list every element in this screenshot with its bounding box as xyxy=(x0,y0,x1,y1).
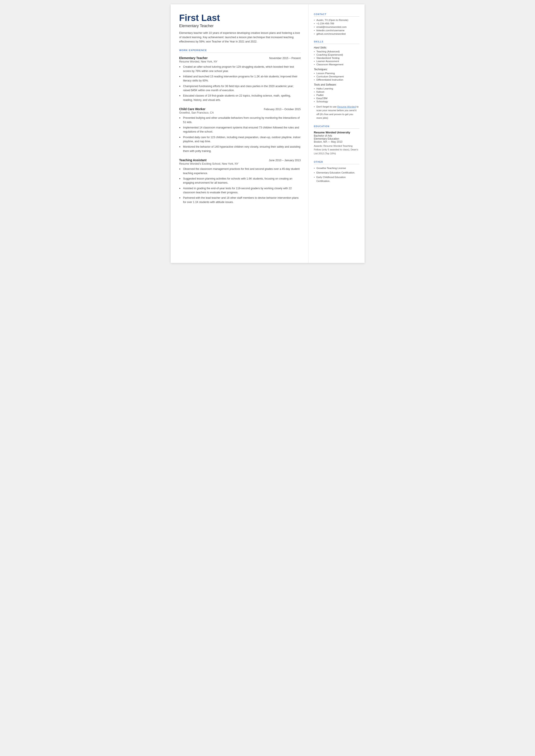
bullet-2-4: Monitored the behavior of 140 hyperactiv… xyxy=(179,145,301,153)
job-company-1: Resume Worded, New York, NY xyxy=(179,60,301,63)
right-column: CONTACT Austin, TX (Open to Remote) +1-2… xyxy=(309,4,365,263)
job-title-1: Elementary Teacher xyxy=(179,56,208,60)
bullet-3-3: Assisted in grading the end-of-year test… xyxy=(179,186,301,195)
job-bullets-2: Prevented bullying and other unsuitable … xyxy=(179,116,301,153)
hard-skill-4: Classroom Management xyxy=(314,63,359,66)
technique-0: Lesson Planning xyxy=(314,72,359,74)
edu-location: Boston, MA — May 2010 xyxy=(314,140,359,143)
bullet-3-1: Observed the classroom management practi… xyxy=(179,167,301,176)
tool-1: Kahoot xyxy=(314,91,359,93)
job-dates-3: June 2010 – January 2013 xyxy=(269,159,300,162)
technique-1: Curriculum Development xyxy=(314,75,359,78)
contact-list: Austin, TX (Open to Remote) +1-234-456-7… xyxy=(314,19,359,35)
edu-awards: Awards: Resume Worded Teaching Fellow (o… xyxy=(314,144,359,155)
contact-label: CONTACT xyxy=(314,13,359,16)
job-block-2: Child Care Worker February 2013 – Octobe… xyxy=(179,107,301,153)
contact-item-3: linkedin.com/in/username xyxy=(314,29,359,32)
job-dates-2: February 2013 – October 2015 xyxy=(264,108,301,111)
skills-section: SKILLS Hard Skills: Teaching (Advanced) … xyxy=(314,40,359,120)
education-section: EDUCATION Resume Worded University Bache… xyxy=(314,125,359,155)
tools-list: Haiku Learning Kahoot Padlet EasyCBM Sch… xyxy=(314,87,359,103)
other-item-1: Elementary Education Certification. xyxy=(314,171,359,175)
job-header-2: Child Care Worker February 2013 – Octobe… xyxy=(179,107,301,111)
tool-3: EasyCBM xyxy=(314,97,359,99)
bullet-1-2: Initiated and launched 13 reading interv… xyxy=(179,74,301,83)
bullet-1-1: Created an after-school tutoring program… xyxy=(179,65,301,73)
edu-block: Resume Worded University Bachelor of Art… xyxy=(314,131,359,155)
job-block-1: Elementary Teacher November 2015 – Prese… xyxy=(179,56,301,102)
bullet-2-3: Provided daily care for 123 children, in… xyxy=(179,135,301,144)
resume-worded-link[interactable]: Resume Worded xyxy=(337,105,356,108)
bullet-1-3: Championed fundraising efforts for 36 fi… xyxy=(179,84,301,93)
resume-page: First Last Elementary Teacher Elementary… xyxy=(171,4,365,263)
job-title: Elementary Teacher xyxy=(179,24,301,28)
summary-text: Elementary teacher with 10 years of expe… xyxy=(179,31,301,44)
job-company-2: Growthsi, San Francisco, CA xyxy=(179,111,301,114)
bullet-3-4: Partnered with the lead teacher and 18 o… xyxy=(179,196,301,204)
job-title-2: Child Care Worker xyxy=(179,107,206,111)
tool-2: Padlet xyxy=(314,94,359,96)
contact-section: CONTACT Austin, TX (Open to Remote) +1-2… xyxy=(314,13,359,35)
work-experience-label: WORK EXPERIENCE xyxy=(179,49,301,53)
other-item-0: Growthsi Teaching License xyxy=(314,166,359,170)
job-block-3: Teaching Assistant June 2010 – January 2… xyxy=(179,158,301,204)
other-list: Growthsi Teaching License Elementary Edu… xyxy=(314,166,359,183)
bullet-2-2: Implemented 14 classroom management syst… xyxy=(179,126,301,134)
hard-skill-2: Standardized Testing xyxy=(314,57,359,59)
skills-promo-note: Don't forget to use Resume Worded to sca… xyxy=(314,105,359,120)
job-title-3: Teaching Assistant xyxy=(179,158,207,162)
edu-degree: Bachelor of Arts xyxy=(314,134,359,137)
other-item-2: Early Childhood Education Certification. xyxy=(314,176,359,183)
hard-skill-3: Learner Assessment xyxy=(314,60,359,63)
tool-0: Haiku Learning xyxy=(314,87,359,90)
other-label: OTHER xyxy=(314,160,359,164)
contact-item-4: github.com/resumeworded xyxy=(314,33,359,35)
header-block: First Last Elementary Teacher Elementary… xyxy=(179,13,301,44)
job-header-3: Teaching Assistant June 2010 – January 2… xyxy=(179,158,301,162)
edu-field: Elementary Education xyxy=(314,137,359,140)
bullet-2-1: Prevented bullying and other unsuitable … xyxy=(179,116,301,124)
job-bullets-1: Created an after-school tutoring program… xyxy=(179,65,301,102)
hard-skills-label: Hard Skills: xyxy=(314,46,359,49)
hard-skills-list: Teaching (Advanced) Coaching (Experience… xyxy=(314,50,359,66)
technique-2: Differentiated Instruction xyxy=(314,78,359,81)
other-section: OTHER Growthsi Teaching License Elementa… xyxy=(314,160,359,183)
job-header-1: Elementary Teacher November 2015 – Prese… xyxy=(179,56,301,60)
contact-item-1: +1-234-456-789 xyxy=(314,22,359,25)
job-bullets-3: Observed the classroom management practi… xyxy=(179,167,301,204)
bullet-3-2: Suggested lesson planning activities for… xyxy=(179,177,301,185)
skills-note-prefix: Don't forget to use xyxy=(317,105,337,108)
contact-item-0: Austin, TX (Open to Remote) xyxy=(314,19,359,21)
hard-skill-1: Coaching (Experienced) xyxy=(314,53,359,56)
tool-4: Schoology xyxy=(314,100,359,103)
full-name: First Last xyxy=(179,13,301,23)
techniques-list: Lesson Planning Curriculum Development D… xyxy=(314,72,359,81)
left-column: First Last Elementary Teacher Elementary… xyxy=(171,4,309,263)
hard-skill-0: Teaching (Advanced) xyxy=(314,50,359,53)
job-company-3: Resume Worded's Exciting School, New Yor… xyxy=(179,162,301,165)
bullet-1-4: Educated classes of 19 first-grade stude… xyxy=(179,94,301,102)
education-label: EDUCATION xyxy=(314,125,359,129)
techniques-label: Techniques: xyxy=(314,68,359,71)
job-dates-1: November 2015 – Present xyxy=(269,57,301,60)
tools-label: Tools and Software: xyxy=(314,83,359,86)
contact-item-2: email@resumeworded.com xyxy=(314,26,359,28)
edu-school: Resume Worded University xyxy=(314,131,359,134)
skills-label: SKILLS xyxy=(314,40,359,44)
